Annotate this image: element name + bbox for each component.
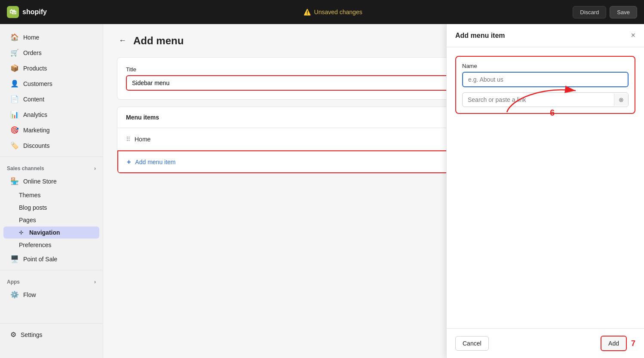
apps-section: Apps › <box>0 274 103 287</box>
sidebar: 🏠 Home 🛒 Orders 📦 Products 👤 Customers 📄… <box>0 24 103 358</box>
sidebar-sub-item-pages[interactable]: Pages <box>3 214 99 226</box>
add-menu-item-panel: Add menu item × Name ⊗ <box>446 24 644 358</box>
add-button[interactable]: Add <box>601 336 627 351</box>
sidebar-item-products[interactable]: 📦 Products <box>3 61 99 76</box>
sidebar-item-label: Orders <box>23 49 42 56</box>
sidebar-item-online-store[interactable]: 🏪 Online Store <box>3 174 99 189</box>
sidebar-item-label: Flow <box>23 291 36 298</box>
sidebar-item-label: Products <box>23 65 47 72</box>
warning-icon: ⚠️ <box>304 9 311 15</box>
plus-icon: + <box>127 158 131 166</box>
sidebar-item-settings[interactable]: ⚙ Settings <box>3 327 99 342</box>
sales-channels-label: Sales channels <box>7 165 44 171</box>
sidebar-item-label: Analytics <box>23 111 47 118</box>
save-button[interactable]: Save <box>610 6 637 18</box>
content-icon: 📄 <box>10 95 19 103</box>
top-navigation: 🛍 shopify ⚠️ Unsaved changes Discard Sav… <box>0 0 644 24</box>
apps-label: Apps <box>7 279 20 285</box>
sidebar-divider-3 <box>0 323 103 324</box>
logo-text: shopify <box>22 8 47 16</box>
link-input[interactable] <box>463 93 614 107</box>
pos-icon: 🖥️ <box>10 255 19 263</box>
customers-icon: 👤 <box>10 80 19 88</box>
cancel-button[interactable]: Cancel <box>455 336 489 351</box>
sidebar-sub-item-preferences[interactable]: Preferences <box>3 239 99 251</box>
sidebar-item-point-of-sale[interactable]: 🖥️ Point of Sale <box>3 251 99 266</box>
sidebar-item-label: Themes <box>19 192 41 199</box>
sidebar-item-label: Pages <box>19 217 36 223</box>
drag-handle-icon[interactable]: ⠿ <box>126 136 130 143</box>
sidebar-item-label: Preferences <box>19 242 51 248</box>
panel-body: Name ⊗ 6 <box>447 47 644 328</box>
sidebar-item-flow[interactable]: ⚙️ Flow <box>3 287 99 302</box>
sidebar-item-label: Discounts <box>23 142 49 149</box>
page-layout: 🏠 Home 🛒 Orders 📦 Products 👤 Customers 📄… <box>0 0 644 358</box>
settings-icon: ⚙ <box>10 330 16 339</box>
shopify-logo: 🛍 shopify <box>7 6 93 18</box>
sidebar-divider <box>0 156 103 157</box>
discounts-icon: 🏷️ <box>10 141 19 150</box>
discard-button[interactable]: Discard <box>573 6 606 18</box>
top-nav-actions: Discard Save <box>573 6 637 18</box>
sidebar-item-analytics[interactable]: 📊 Analytics <box>3 107 99 122</box>
products-icon: 📦 <box>10 64 19 72</box>
link-clear-button[interactable]: ⊗ <box>614 94 628 106</box>
panel-name-label: Name <box>462 63 629 69</box>
sidebar-sub-item-navigation[interactable]: ⊹ Navigation <box>3 226 99 239</box>
sidebar-item-label: Navigation <box>29 229 60 236</box>
sidebar-sub-item-blog-posts[interactable]: Blog posts <box>3 202 99 214</box>
sidebar-divider-2 <box>0 270 103 270</box>
sidebar-item-discounts[interactable]: 🏷️ Discounts <box>3 138 99 153</box>
panel-header: Add menu item × <box>447 24 644 47</box>
marketing-icon: 🎯 <box>10 126 19 134</box>
sidebar-item-customers[interactable]: 👤 Customers <box>3 76 99 91</box>
sidebar-item-label: Blog posts <box>19 204 47 211</box>
sidebar-item-home[interactable]: 🏠 Home <box>3 30 99 45</box>
name-input[interactable] <box>462 72 629 87</box>
chevron-right-icon: › <box>94 165 96 171</box>
sidebar-item-content[interactable]: 📄 Content <box>3 92 99 107</box>
back-button[interactable]: ← <box>117 34 128 47</box>
online-store-icon: 🏪 <box>10 177 19 185</box>
sidebar-item-label: Settings <box>21 331 43 338</box>
sidebar-item-label: Point of Sale <box>23 256 57 263</box>
sidebar-item-label: Customers <box>23 80 52 87</box>
add-action-group: Add 7 <box>601 336 635 351</box>
unsaved-changes-notice: ⚠️ Unsaved changes <box>93 9 573 15</box>
sidebar-item-label: Online Store <box>23 178 57 185</box>
unsaved-label: Unsaved changes <box>314 9 362 15</box>
panel-footer: Cancel Add 7 <box>447 328 644 358</box>
step-7-badge: 7 <box>631 339 635 348</box>
analytics-icon: 📊 <box>10 110 19 119</box>
sidebar-sub-item-themes[interactable]: Themes <box>3 189 99 201</box>
shopify-icon: 🛍 <box>7 6 19 18</box>
flow-icon: ⚙️ <box>10 291 19 299</box>
sidebar-item-label: Marketing <box>23 127 49 134</box>
sidebar-item-label: Content <box>23 96 44 103</box>
add-menu-item-label: Add menu item <box>135 159 175 165</box>
sidebar-item-marketing[interactable]: 🎯 Marketing <box>3 122 99 138</box>
link-icon: ⊹ <box>19 229 23 236</box>
panel-title: Add menu item <box>455 32 505 40</box>
chevron-right-icon-2: › <box>94 279 96 285</box>
page-title: Add menu <box>133 35 184 47</box>
home-icon: 🏠 <box>10 33 19 41</box>
sidebar-item-orders[interactable]: 🛒 Orders <box>3 45 99 60</box>
orders-icon: 🛒 <box>10 49 19 57</box>
sidebar-item-label: Home <box>23 34 39 41</box>
sales-channels-section: Sales channels › <box>0 160 103 173</box>
panel-close-button[interactable]: × <box>631 31 635 40</box>
